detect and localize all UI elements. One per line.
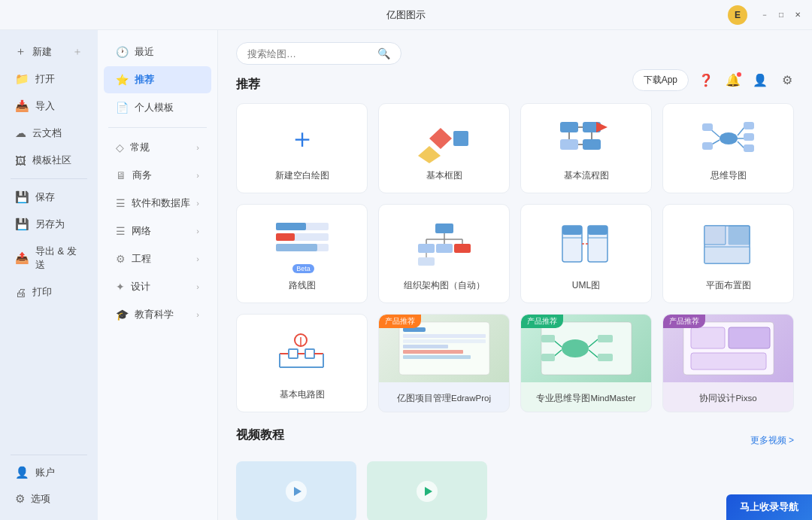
org-svg <box>414 220 474 269</box>
category-recent[interactable]: 🕐 最近 <box>104 38 211 65</box>
svg-rect-81 <box>691 353 766 369</box>
product-badge-pixso: 产品推荐 <box>663 315 705 328</box>
template-circuit[interactable]: 基本电路图 <box>236 314 368 412</box>
flow-visual <box>532 114 641 163</box>
svg-rect-63 <box>403 334 486 338</box>
sidebar-item-saveas[interactable]: 💾 另存为 <box>5 211 93 237</box>
svg-rect-35 <box>418 244 435 253</box>
svg-rect-65 <box>403 345 448 348</box>
sidebar-item-cloud[interactable]: ☁ 云文档 <box>5 120 93 146</box>
svg-rect-50 <box>704 247 750 263</box>
svg-rect-37 <box>454 244 471 253</box>
cloud-icon: ☁ <box>15 126 26 140</box>
print-icon: 🖨 <box>15 286 26 299</box>
category-network[interactable]: ☰ 网络 › <box>104 217 211 245</box>
search-bar: 🔍 <box>236 42 401 65</box>
category-engineering[interactable]: ⚙ 工程 › <box>104 245 211 272</box>
svg-rect-73 <box>598 354 613 361</box>
design-arrow: › <box>196 282 199 291</box>
category-personal[interactable]: 📄 个人模板 <box>104 94 211 121</box>
template-basic-frame[interactable]: 基本框图 <box>378 103 510 193</box>
sidebar-item-community[interactable]: 🖼 模板社区 <box>5 147 93 173</box>
settings-button[interactable]: ⚙ <box>777 71 797 90</box>
svg-point-69 <box>562 339 589 357</box>
svg-rect-7 <box>583 139 601 150</box>
template-org-chart[interactable]: 组织架构图（自动） <box>378 204 510 303</box>
recent-icon: 🕐 <box>116 46 129 58</box>
category-general[interactable]: ◇ 常规 › <box>104 134 211 161</box>
svg-rect-3 <box>560 122 578 132</box>
uml-visual <box>532 215 641 273</box>
category-nav: 🕐 最近 ⭐ 推荐 📄 个人模板 ◇ 常规 › 🖥 <box>98 30 218 520</box>
template-new-blank[interactable]: ＋ 新建空白绘图 <box>236 103 368 193</box>
help-button[interactable]: ❓ <box>696 71 716 90</box>
notification-dot <box>737 72 741 77</box>
sidebar-item-options[interactable]: ⚙ 选项 <box>5 486 93 512</box>
template-mindmap[interactable]: 思维导图 <box>662 103 794 193</box>
sidebar-divider-2 <box>11 455 87 455</box>
template-label: 组织架构图（自动） <box>404 279 485 292</box>
sidebar-item-open[interactable]: 📁 打开 <box>5 66 93 92</box>
video-thumb-1[interactable] <box>236 461 356 520</box>
general-arrow: › <box>196 143 199 152</box>
template-label: 专业思维导图MindMaster <box>521 388 651 412</box>
plus-large-icon: ＋ <box>289 120 316 157</box>
svg-rect-22 <box>744 133 754 141</box>
sidebar-item-import[interactable]: 📥 导入 <box>5 93 93 119</box>
floor-visual <box>674 215 783 273</box>
svg-rect-16 <box>702 142 713 150</box>
svg-rect-14 <box>702 123 713 131</box>
svg-rect-6 <box>560 139 578 150</box>
beta-badge: Beta <box>292 264 314 273</box>
category-education[interactable]: 🎓 教育科学 › <box>104 301 211 328</box>
svg-rect-75 <box>541 335 555 342</box>
search-input[interactable] <box>247 48 377 59</box>
product-badge-edrawproj: 产品推荐 <box>379 315 421 328</box>
sidebar-left: ＋ 新建 ＋ 📁 打开 📥 导入 ☁ 云文档 🖼 模板社区 💾 保存 💾 另存为 <box>0 30 98 520</box>
template-mindmaster[interactable]: 产品推荐 专业思维导图MindMaster <box>520 314 652 412</box>
sidebar-item-export[interactable]: 📤 导出 & 发送 <box>5 239 93 278</box>
roadmap-svg <box>272 215 332 264</box>
notification-button[interactable]: 🔔 <box>723 71 743 90</box>
svg-rect-1 <box>453 131 468 146</box>
user-avatar[interactable]: E <box>728 5 747 25</box>
engineering-arrow: › <box>196 254 199 263</box>
download-app-button[interactable]: 下载App <box>632 69 689 91</box>
category-software[interactable]: ☰ 软件和数据库 › <box>104 190 211 217</box>
maximize-button[interactable]: □ <box>776 10 786 20</box>
network-arrow: › <box>196 227 199 236</box>
template-label: 基本电路图 <box>280 388 325 401</box>
template-floorplan[interactable]: 平面布置图 <box>662 204 794 303</box>
close-button[interactable]: ✕ <box>792 10 803 20</box>
more-videos-link[interactable]: 更多视频 > <box>750 434 794 447</box>
new-blank-visual: ＋ <box>247 114 356 163</box>
video-thumb-2[interactable] <box>367 461 487 520</box>
design-icon: ✦ <box>116 281 125 293</box>
svg-rect-67 <box>403 355 471 359</box>
category-business[interactable]: 🖥 商务 › <box>104 162 211 189</box>
template-uml[interactable]: UML图 <box>520 204 652 303</box>
minimize-button[interactable]: － <box>759 10 770 20</box>
template-pixso[interactable]: 产品推荐 协同设计Pixso <box>662 314 794 412</box>
user-button[interactable]: 👤 <box>750 71 770 90</box>
template-label: 新建空白绘图 <box>275 169 329 182</box>
education-arrow: › <box>196 310 199 319</box>
bottom-banner: 马上收录导航 <box>726 494 812 520</box>
video-section-header: 视频教程 更多视频 > <box>236 427 794 454</box>
sidebar-item-account[interactable]: 👤 账户 <box>5 460 93 485</box>
sidebar-item-save[interactable]: 💾 保存 <box>5 184 93 210</box>
svg-rect-39 <box>418 257 435 266</box>
template-basic-flow[interactable]: 基本流程图 <box>520 103 652 193</box>
sidebar-item-print[interactable]: 🖨 打印 <box>5 279 93 305</box>
play-icon-2 <box>416 480 438 503</box>
category-recommend[interactable]: ⭐ 推荐 <box>104 66 211 93</box>
svg-marker-2 <box>418 146 441 163</box>
circuit-visual <box>247 325 356 382</box>
software-arrow: › <box>196 199 199 208</box>
mindmap-svg <box>698 114 759 163</box>
template-roadmap[interactable]: Beta 路线图 <box>236 204 368 303</box>
category-design[interactable]: ✦ 设计 › <box>104 273 211 300</box>
video-thumbnails <box>236 461 794 520</box>
template-edrawproj[interactable]: 产品推荐 亿图项目管理EdrawProj <box>378 314 510 412</box>
sidebar-item-new[interactable]: ＋ 新建 ＋ <box>5 38 93 65</box>
